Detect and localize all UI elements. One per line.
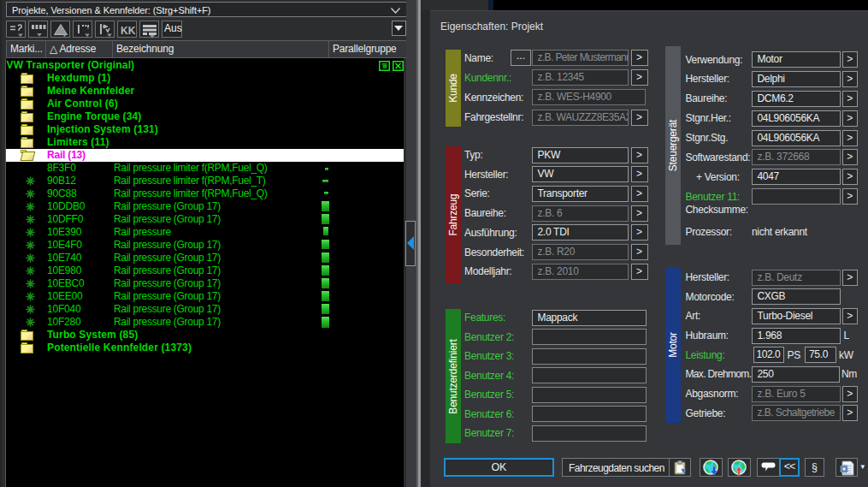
svg-text:KK: KK [121,25,136,37]
